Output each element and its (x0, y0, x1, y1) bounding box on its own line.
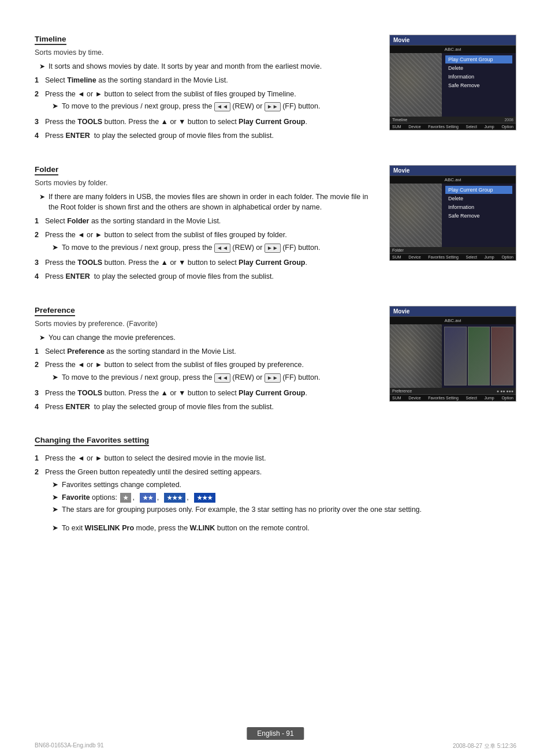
tv-header-timeline: Movie (390, 35, 516, 46)
tv-bottom-folder: SUM Device Favorites Setting Select Jump… (390, 253, 516, 260)
tv-menu-item-delete: Delete (445, 64, 512, 72)
page-container: Timeline Sorts movies by time. ➤ It sort… (0, 0, 551, 756)
tv-menu-folder-play: Play Current Group (445, 186, 512, 194)
preference-step-2-sub: ➤ To move to the previous / next group, … (52, 372, 378, 383)
favorites-sub-3: ➤ The stars are for grouping purposes on… (52, 504, 516, 515)
folder-bullet-1: ➤ If there are many folders in USB, the … (35, 192, 378, 214)
footer-left: BN68-01653A-Eng.indb 91 (35, 742, 104, 750)
preference-bullet-1: ➤ You can change the movie preferences. (35, 332, 378, 343)
tv-menu-folder-delete: Delete (445, 194, 512, 203)
changing-favorites-title: Changing the Favorites setting (35, 436, 149, 446)
tv-menu-item-info: Information (445, 73, 512, 81)
timeline-step-2-sub: ➤ To move to the previous / next group, … (52, 101, 378, 112)
folder-step-1: 1 Select Folder as the sorting standard … (35, 216, 378, 227)
favorites-sub-1: ➤ Favorites settings change completed. (52, 480, 516, 491)
timeline-screen: Movie ABC.avi Play Current Group Delete … (389, 35, 516, 144)
preference-step-1: 1 Select Preference as the sorting stand… (35, 346, 378, 357)
footer-right: 2008-08-27 오후 5:12:36 (453, 742, 516, 750)
timeline-step-1: 1 Select Timeline as the sorting standar… (35, 75, 378, 86)
preference-subtitle: Sorts movies by preference. (Favorite) (35, 320, 378, 328)
preference-text: Preference Sorts movies by preference. (… (35, 306, 378, 416)
changing-favorites-section: Changing the Favorites setting 1 Press t… (35, 436, 516, 534)
timeline-step-4: 4 Press ENTER to play the selected group… (35, 130, 378, 141)
sub-arrow-icon-2: ➤ (52, 242, 58, 253)
tv-menu-folder-safe: Safe Remove (445, 212, 512, 220)
timeline-section: Timeline Sorts movies by time. ➤ It sort… (35, 35, 516, 144)
preference-title: Preference (35, 306, 75, 316)
folder-step-4: 4 Press ENTER to play the selected group… (35, 271, 378, 282)
folder-step-2: 2 Press the ◄ or ► button to select from… (35, 230, 378, 255)
favorites-sub-2: ➤ Favorite options: ★, ★★, ★★★, ★★★ (52, 492, 516, 503)
sub-arrow-icon: ➤ (52, 101, 58, 112)
tv-header-preference: Movie (390, 306, 516, 317)
preference-step-2: 2 Press the ◄ or ► button to select from… (35, 360, 378, 385)
arrow-icon-3: ➤ (39, 332, 45, 343)
preference-screen: Movie ABC.avi (389, 306, 516, 416)
tv-menu-timeline: Play Current Group Delete Information Sa… (442, 53, 516, 117)
tv-menu-item-play: Play Current Group (445, 55, 512, 63)
timeline-subtitle: Sorts movies by time. (35, 48, 378, 57)
folder-title: Folder (35, 165, 58, 175)
tv-bottom-preference: SUM Device Favorites Setting Select Jump… (390, 394, 516, 401)
folder-text: Folder Sorts movies by folder. ➤ If ther… (35, 165, 378, 285)
preference-tv: Movie ABC.avi (389, 306, 516, 402)
sub-arrow-fav-3: ➤ (52, 504, 58, 515)
preference-step-3: 3 Press the TOOLS button. Press the ▲ or… (35, 388, 378, 399)
sub-arrow-fav-1: ➤ (52, 480, 58, 491)
timeline-text: Timeline Sorts movies by time. ➤ It sort… (35, 35, 378, 144)
timeline-step-3: 3 Press the TOOLS button. Press the ▲ or… (35, 117, 378, 128)
timeline-title: Timeline (35, 35, 66, 45)
tv-bottom-timeline: SUM Device Favorites Setting Select Jump… (390, 123, 516, 130)
sub-arrow-fav-2: ➤ (52, 492, 58, 503)
preference-section: Preference Sorts movies by preference. (… (35, 306, 516, 416)
sub-arrow-icon-3: ➤ (52, 372, 58, 383)
tv-thumbnail-folder (390, 184, 442, 247)
arrow-icon-1: ➤ (39, 61, 45, 72)
folder-tv: Movie ABC.avi Play Current Group Delete … (389, 165, 516, 261)
timeline-step-2: 2 Press the ◄ or ► button to select from… (35, 89, 378, 114)
folder-step-3: 3 Press the TOOLS button. Press the ▲ or… (35, 257, 378, 268)
favorites-step-1: 1 Press the ◄ or ► button to select the … (35, 453, 516, 464)
footer: BN68-01653A-Eng.indb 91 2008-08-27 오후 5:… (35, 742, 516, 750)
timeline-tv: Movie ABC.avi Play Current Group Delete … (389, 35, 516, 130)
tv-header-folder: Movie (390, 166, 516, 176)
folder-subtitle: Sorts movies by folder. (35, 179, 378, 187)
tv-menu-folder-info: Information (445, 203, 512, 211)
tv-menu-item-safe: Safe Remove (445, 81, 512, 89)
arrow-icon-2: ➤ (39, 192, 45, 214)
exit-note: ➤ To exit WISELINK Pro mode, press the W… (45, 523, 516, 534)
folder-screen: Movie ABC.avi Play Current Group Delete … (389, 165, 516, 285)
folder-section: Folder Sorts movies by folder. ➤ If ther… (35, 165, 516, 285)
tv-thumbnail-timeline (390, 53, 442, 117)
favorites-step-2: 2 Press the Green button repeatedly unti… (35, 467, 516, 517)
preference-step-4: 4 Press ENTER to play the selected group… (35, 402, 378, 413)
tv-thumbnail-preference (390, 324, 442, 388)
folder-step-2-sub: ➤ To move to the previous / next group, … (52, 242, 378, 253)
timeline-bullet-1: ➤ It sorts and shows movies by date. It … (35, 61, 378, 72)
page-number: English - 91 (247, 727, 304, 740)
tv-menu-folder: Play Current Group Delete Information Sa… (442, 184, 516, 247)
sub-arrow-exit: ➤ (52, 523, 58, 534)
